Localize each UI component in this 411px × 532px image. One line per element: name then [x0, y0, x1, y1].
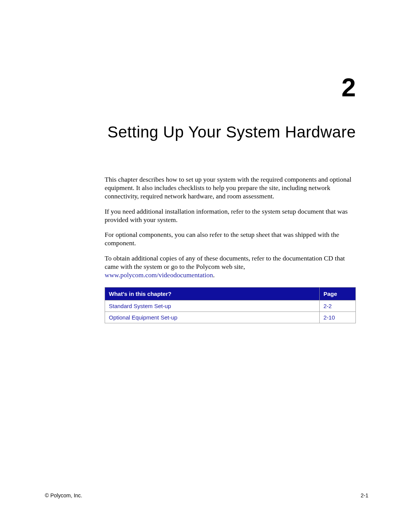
copyright-text: © Polycom, Inc.: [45, 492, 82, 498]
page-number: 2-1: [361, 492, 368, 498]
table-row: Standard System Set-up 2-2: [105, 300, 356, 312]
toc-table: What's in this chapter? Page Standard Sy…: [105, 287, 356, 323]
paragraph-4-end: .: [213, 271, 215, 279]
toc-header-page: Page: [320, 287, 356, 300]
paragraph-4-text: To obtain additional copies of any of th…: [105, 254, 345, 270]
document-page: 2 Setting Up Your System Hardware This c…: [0, 0, 411, 532]
toc-page-standard[interactable]: 2-2: [320, 300, 356, 312]
page-footer: © Polycom, Inc. 2-1: [0, 492, 411, 498]
table-row: Optional Equipment Set-up 2-10: [105, 312, 356, 323]
toc-header-title: What's in this chapter?: [105, 287, 320, 300]
paragraph-3: For optional components, you can also re…: [105, 231, 356, 248]
documentation-link[interactable]: www.polycom.com/videodocumentation: [105, 271, 213, 279]
toc-link-optional[interactable]: Optional Equipment Set-up: [105, 312, 320, 323]
toc-page-optional[interactable]: 2-10: [320, 312, 356, 323]
chapter-number: 2: [42, 0, 369, 102]
paragraph-4: To obtain additional copies of any of th…: [105, 254, 356, 280]
toc-header-row: What's in this chapter? Page: [105, 287, 356, 300]
paragraph-2: If you need additional installation info…: [105, 208, 356, 224]
body-content: This chapter describes how to set up you…: [105, 141, 356, 323]
paragraph-1: This chapter describes how to set up you…: [105, 176, 356, 201]
toc-link-standard[interactable]: Standard System Set-up: [105, 300, 320, 312]
chapter-title: Setting Up Your System Hardware: [42, 102, 369, 141]
